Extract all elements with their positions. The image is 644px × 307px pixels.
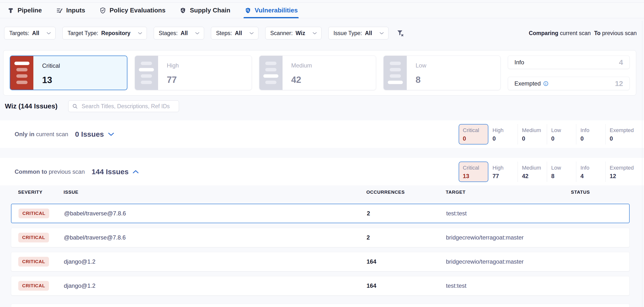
issues-count: 144 Issues — [92, 168, 128, 176]
severity-card-count: 13 — [42, 75, 60, 85]
section-prefix-bold: Only in — [14, 131, 34, 138]
chip-low[interactable]: Low 8 — [547, 162, 576, 182]
comparing-scan-a: current scan — [560, 30, 591, 36]
severity-card-medium[interactable]: Medium 42 — [259, 56, 376, 90]
scanner-section-header: Wiz (144 Issues) — [5, 100, 179, 112]
chip-label: Medium — [522, 165, 547, 171]
chip-label: High — [492, 165, 518, 171]
chip-count: 0 — [492, 135, 518, 142]
severity-card-count: 77 — [167, 75, 179, 85]
chip-exempted[interactable]: Exempted 0 — [605, 124, 634, 144]
filter-value: All — [365, 30, 372, 36]
chevron-down-icon — [138, 32, 142, 34]
issue-cell: django@1.2 — [64, 282, 366, 289]
tab-inputs[interactable]: Inputs — [56, 3, 85, 18]
target-cell: bridgecrewio/terragoat:master — [446, 258, 571, 265]
chip-count: 0 — [522, 135, 547, 142]
search-input[interactable] — [68, 100, 179, 112]
table-row[interactable]: CRITICAL @babel/traverse@7.8.6 2 test:te… — [11, 204, 630, 223]
chip-medium[interactable]: Medium 42 — [518, 162, 547, 182]
tab-label: Vulnerabilities — [255, 6, 298, 14]
chip-count: 12 — [610, 173, 634, 180]
search-box — [68, 100, 179, 112]
tab-label: Pipeline — [18, 6, 42, 14]
filter-targets[interactable]: Targets: All — [4, 27, 56, 40]
column-header-issue: ISSUE — [64, 190, 366, 195]
section-prefix-text: previous scan — [49, 168, 85, 175]
tab-pipeline[interactable]: Pipeline — [7, 3, 42, 18]
info-card[interactable]: Info 4 — [508, 56, 630, 69]
issue-cell: django@1.2 — [64, 258, 366, 265]
chip-label: Low — [551, 165, 576, 171]
filter-scanner[interactable]: Scanner: Wiz — [265, 27, 322, 40]
pipeline-icon — [7, 7, 14, 14]
column-header-occurrences: OCCURRENCES — [366, 190, 446, 195]
filter-stages[interactable]: Stages: All — [154, 27, 204, 40]
filter-steps[interactable]: Steps: All — [211, 27, 258, 40]
tab-policy-evaluations[interactable]: Policy Evaluations — [100, 3, 166, 18]
severity-card-label: Low — [416, 62, 426, 69]
chip-count: 13 — [463, 173, 488, 180]
search-icon — [72, 103, 78, 110]
common-to-issues-toggle[interactable]: 144 Issues — [92, 168, 139, 176]
chip-high[interactable]: High 77 — [488, 162, 518, 182]
vulnerabilities-icon — [244, 7, 251, 14]
common-to-previous-scan-section: Common to previous scan 144 Issues Criti… — [0, 158, 644, 186]
top-nav: Pipeline Inputs Policy Evaluations Suppl… — [0, 2, 644, 18]
severity-bars-icon — [10, 56, 33, 90]
chip-count: 8 — [551, 173, 576, 180]
filter-label: Stages: — [159, 30, 178, 36]
target-cell: test:test — [446, 210, 572, 217]
filter-label: Targets: — [9, 30, 29, 36]
chip-medium[interactable]: Medium 0 — [518, 124, 547, 144]
tab-label: Supply Chain — [190, 6, 230, 14]
tab-vulnerabilities[interactable]: Vulnerabilities — [244, 3, 298, 18]
chip-low[interactable]: Low 0 — [547, 124, 576, 144]
chip-label: Info — [580, 127, 605, 134]
severity-card-high[interactable]: High 77 — [135, 56, 252, 90]
supply-chain-icon — [180, 7, 186, 14]
severity-chip-row: Critical 13 High 77 Medium 42 Low 8 Info… — [459, 162, 634, 182]
comparing-label: Comparing current scanTo previous scan — [529, 30, 637, 36]
chip-critical[interactable]: Critical 0 — [459, 124, 488, 144]
severity-bars-icon — [384, 56, 407, 90]
severity-badge: CRITICAL — [18, 208, 49, 218]
info-exempted-column: Info 4 Exempted 12 — [508, 56, 630, 90]
chip-info[interactable]: Info 0 — [576, 124, 605, 144]
chevron-down-icon — [195, 32, 200, 34]
info-icon[interactable] — [543, 81, 548, 86]
severity-card-critical[interactable]: Critical 13 — [10, 56, 128, 90]
table-row[interactable]: CRITICAL django@1.2 164 test:test — [11, 276, 630, 296]
table-row[interactable]: CRITICAL django@1.2 164 bridgecrewio/ter… — [11, 252, 630, 272]
chip-label: Info — [580, 165, 605, 171]
scrollbar-track[interactable] — [642, 21, 642, 307]
table-row[interactable]: CRITICAL @babel/traverse@7.8.6 2 bridgec… — [11, 228, 630, 247]
table-header-row: SEVERITY ISSUE OCCURRENCES TARGET STATUS — [11, 188, 630, 196]
issues-count: 0 Issues — [75, 130, 104, 138]
chip-count: 0 — [610, 135, 634, 142]
exempted-card[interactable]: Exempted 12 — [508, 77, 630, 90]
tab-label: Inputs — [66, 6, 85, 14]
severity-card-label: Critical — [42, 62, 60, 69]
severity-card-label: Medium — [291, 62, 312, 69]
issue-cell: @babel/traverse@7.8.6 — [64, 210, 367, 217]
occurrences-cell: 2 — [366, 234, 446, 241]
occurrences-cell: 164 — [366, 282, 446, 289]
only-in-issues-toggle[interactable]: 0 Issues — [75, 130, 114, 138]
filter-issue-type[interactable]: Issue Type: All — [328, 27, 388, 40]
chip-high[interactable]: High 0 — [488, 124, 518, 144]
chip-exempted[interactable]: Exempted 12 — [605, 162, 634, 182]
inputs-icon — [56, 7, 63, 14]
chip-label: Exempted — [610, 127, 634, 134]
issue-cell: @babel/traverse@7.8.6 — [64, 234, 366, 241]
section-prefix-bold: Common to — [14, 168, 47, 175]
chip-info[interactable]: Info 4 — [576, 162, 605, 182]
filter-clear-icon[interactable] — [396, 29, 404, 37]
filter-value: All — [181, 30, 188, 36]
chip-critical[interactable]: Critical 13 — [459, 162, 488, 182]
filter-target-type[interactable]: Target Type: Repository — [62, 27, 147, 40]
chip-count: 42 — [522, 173, 547, 180]
tab-supply-chain[interactable]: Supply Chain — [180, 3, 230, 18]
severity-card-low[interactable]: Low 8 — [384, 56, 500, 90]
severity-card-count: 42 — [291, 75, 312, 85]
